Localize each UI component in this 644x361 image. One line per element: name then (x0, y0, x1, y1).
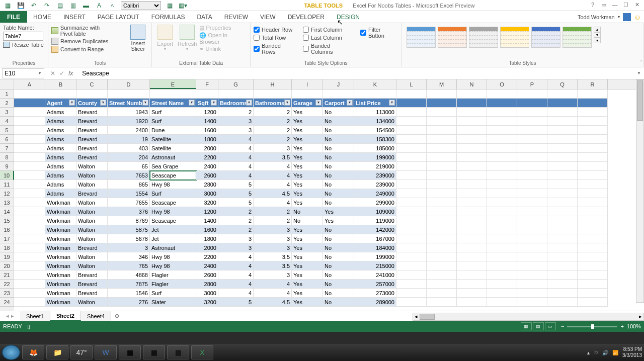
cell[interactable]: No (292, 207, 323, 216)
row-header[interactable]: 21 (0, 270, 14, 280)
cell[interactable] (427, 135, 457, 144)
formula-input[interactable] (80, 68, 634, 78)
cell[interactable]: 2 (254, 207, 292, 216)
cell[interactable] (487, 289, 517, 298)
select-all-corner[interactable] (0, 79, 14, 89)
cell[interactable]: 4 (218, 252, 254, 261)
cell[interactable]: No (323, 252, 354, 261)
cell[interactable] (517, 126, 547, 135)
column-header[interactable]: F (196, 79, 218, 89)
cell[interactable]: Hwy 98 (150, 180, 196, 189)
app-icon[interactable]: ▦ (167, 345, 189, 359)
cell[interactable]: Sea Grape (150, 162, 196, 171)
cell[interactable]: Brevard (76, 126, 108, 135)
cell[interactable]: Hwy 98 (150, 261, 196, 270)
table-header-cell[interactable]: Street Name▼ (150, 99, 196, 108)
cell[interactable]: 3000 (196, 289, 218, 298)
cell[interactable]: Walton (76, 162, 108, 171)
feedback-icon[interactable]: ☺ (634, 13, 641, 21)
cell[interactable]: Yes (292, 280, 323, 289)
minimize-icon[interactable]: — (611, 2, 619, 10)
collapse-ribbon-icon[interactable]: ˆ (640, 60, 642, 66)
cell[interactable] (517, 216, 547, 225)
resize-table-button[interactable]: Resize Table (3, 42, 44, 48)
cell[interactable] (427, 89, 457, 99)
word-icon[interactable]: W (95, 345, 117, 359)
cell[interactable]: 3 (108, 243, 150, 252)
cell[interactable]: No (323, 180, 354, 189)
table-header-cell[interactable]: List Price▼ (354, 99, 396, 108)
tab-formulas[interactable]: FORMULAS (145, 11, 191, 23)
qat-icon[interactable]: ▦ (165, 1, 174, 10)
help-icon[interactable]: ? (589, 2, 597, 10)
row-header[interactable]: 5 (0, 126, 14, 135)
cell[interactable]: Jet (150, 234, 196, 243)
cell[interactable]: 2800 (196, 280, 218, 289)
cell[interactable] (547, 135, 578, 144)
cell[interactable] (457, 252, 487, 261)
cell[interactable] (517, 207, 547, 216)
cell[interactable]: 167000 (354, 234, 396, 243)
cell[interactable]: Workman (45, 225, 76, 234)
cell[interactable] (547, 280, 578, 289)
cell[interactable] (14, 153, 45, 162)
cell[interactable]: 1600 (196, 225, 218, 234)
cell[interactable]: Brevard (76, 289, 108, 298)
vertical-scrollbar[interactable] (636, 79, 644, 303)
cell[interactable] (578, 207, 608, 216)
cell[interactable]: Yes (292, 289, 323, 298)
cell[interactable]: Yes (292, 180, 323, 189)
tab-page-layout[interactable]: PAGE LAYOUT (92, 11, 145, 23)
cell[interactable] (547, 89, 578, 99)
cell[interactable]: Brevard (76, 153, 108, 162)
tab-design[interactable]: DESIGN (331, 11, 366, 23)
cell[interactable]: 3 (254, 144, 292, 153)
column-header[interactable]: R (578, 79, 608, 89)
user-avatar[interactable] (623, 13, 631, 21)
cell[interactable]: 2 (254, 108, 292, 117)
cell[interactable] (578, 243, 608, 252)
cell[interactable] (14, 126, 45, 135)
cell[interactable]: 346 (108, 252, 150, 261)
cell[interactable]: Yes (323, 207, 354, 216)
cell[interactable]: 113000 (354, 108, 396, 117)
cell[interactable]: Yes (292, 270, 323, 280)
page-layout-view-button[interactable]: ▤ (533, 322, 544, 330)
cell[interactable] (517, 99, 547, 108)
cell[interactable] (517, 180, 547, 189)
cell[interactable] (487, 135, 517, 144)
row-header[interactable]: 20 (0, 261, 14, 270)
qat-icon[interactable]: ▬ (82, 1, 91, 10)
cell[interactable]: Workman (45, 252, 76, 261)
cell[interactable]: 2 (218, 207, 254, 216)
tray-icon[interactable]: ⚐ (594, 350, 598, 355)
cell[interactable]: 3 (218, 234, 254, 243)
cell[interactable]: 2400 (196, 261, 218, 270)
tray-icon[interactable]: 🔊 (602, 350, 608, 355)
cell[interactable] (457, 216, 487, 225)
zoom-in-button[interactable]: + (620, 323, 623, 329)
sheet-tab[interactable]: Sheet2 (50, 311, 81, 321)
first-column-checkbox[interactable]: First Column (303, 27, 353, 33)
cell[interactable]: 1800 (196, 234, 218, 243)
cell[interactable] (14, 198, 45, 207)
cell[interactable]: 4 (254, 162, 292, 171)
cell[interactable] (457, 171, 487, 180)
cell[interactable]: 2 (218, 108, 254, 117)
cell[interactable] (457, 261, 487, 270)
cell[interactable] (14, 171, 45, 180)
cell[interactable]: 142000 (354, 225, 396, 234)
cell[interactable]: 2000 (196, 144, 218, 153)
cell[interactable]: Brevard (76, 108, 108, 117)
row-header[interactable]: 4 (0, 117, 14, 126)
cell[interactable]: 184000 (354, 243, 396, 252)
cell[interactable] (396, 144, 427, 153)
filter-dropdown-icon[interactable]: ▼ (315, 100, 321, 106)
cell[interactable] (487, 280, 517, 289)
font-selector[interactable]: Calibri (121, 1, 161, 10)
filter-dropdown-icon[interactable]: ▼ (389, 100, 395, 106)
cell[interactable] (427, 180, 457, 189)
cell[interactable] (457, 289, 487, 298)
cell[interactable] (547, 216, 578, 225)
cell[interactable]: Walton (76, 216, 108, 225)
